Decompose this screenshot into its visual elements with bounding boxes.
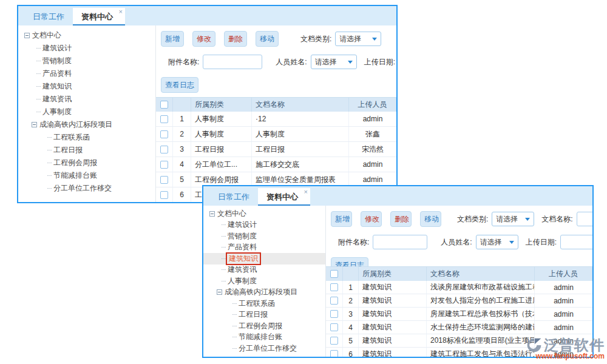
move-button[interactable]: 移动 — [256, 31, 279, 47]
doc-category-select[interactable]: 请选择 — [335, 32, 381, 46]
chevron-down-icon — [372, 38, 377, 41]
tree-node-weekly-meeting[interactable]: 工程例会周报 — [18, 157, 155, 169]
person-name-select[interactable]: 请选择 — [311, 55, 357, 69]
tab-data-center-label: 资料中心 — [266, 192, 298, 201]
tab-bar: 日常工作 资料中心 × — [18, 6, 396, 25]
modify-button[interactable]: 修改 — [361, 211, 382, 227]
tree-node-root[interactable]: 文档中心 — [18, 29, 155, 42]
table-row[interactable]: 2 人事制度 人事制度 张鑫 — [156, 127, 396, 142]
table-row[interactable]: 1 人事制度 ·12 admin — [156, 112, 396, 127]
collapse-icon[interactable] — [24, 33, 30, 38]
tree-node-building-knowledge[interactable]: 建筑知识 — [18, 80, 155, 93]
row-checkbox[interactable] — [160, 161, 168, 169]
row-checkbox[interactable] — [330, 337, 338, 345]
add-button[interactable]: 新增 — [161, 31, 184, 47]
row-checkbox[interactable] — [330, 283, 338, 291]
tree-node-work-transfer[interactable]: 分工单位工作移交 — [203, 343, 325, 354]
tree-node-energy-ledger[interactable]: 节能减排台账 — [18, 169, 155, 182]
view-log-button[interactable]: 查看日志 — [161, 77, 198, 93]
row-checkbox[interactable] — [160, 130, 168, 138]
document-tree: 文档中心 建筑设计 营销制度 产品资料 建筑知识 建筑资讯 人事制度 成渝高铁内… — [203, 206, 326, 357]
tab-daily-work[interactable]: 日常工作 — [24, 8, 73, 25]
table-row[interactable]: 2 建筑知识 对发包人指定分包的工程施工进度安... admin — [326, 294, 592, 308]
tree-node-root[interactable]: 文档中心 — [203, 208, 325, 220]
row-checkbox[interactable] — [160, 146, 168, 153]
table-row[interactable]: 1 建筑知识 浅谈房屋建筑和市政基础设施工程施... admin — [326, 281, 592, 294]
tree-node-energy-ledger[interactable]: 节能减排台账 — [203, 332, 325, 343]
category-header: 所属别类 — [191, 98, 252, 112]
tree-node-project[interactable]: 成渝高铁内江标段项目 — [203, 287, 325, 298]
document-tree: 文档中心 建筑设计 营销制度 产品资料 建筑知识 建筑资讯 人事制度 成渝高铁内… — [18, 25, 156, 202]
table-row[interactable]: 4 建筑知识 水土保持生态环境监测网络的建设与... admin — [326, 321, 592, 334]
move-button[interactable]: 移动 — [420, 211, 441, 227]
table-row[interactable]: 4 分工单位工... 施工移交交底 admin — [156, 157, 396, 172]
tree-node-building-design[interactable]: 建筑设计 — [18, 42, 155, 55]
tree-node-project[interactable]: 成渝高铁内江标段项目 — [18, 118, 155, 131]
tree-node-daily-report[interactable]: 工程日报 — [203, 309, 325, 321]
select-all-checkbox[interactable] — [330, 270, 338, 278]
tree-node-hr-policy[interactable]: 人事制度 — [18, 106, 155, 118]
tab-data-center[interactable]: 资料中心 × — [73, 8, 125, 25]
table-header: 所属别类 文档名称 上传人员 — [156, 97, 396, 112]
attachment-name-input[interactable] — [203, 55, 262, 69]
delete-button[interactable]: 删除 — [224, 31, 247, 47]
add-button[interactable]: 新增 — [331, 211, 352, 227]
delete-button[interactable]: 删除 — [390, 211, 412, 227]
tree-node-weekly-meeting[interactable]: 工程例会周报 — [203, 320, 325, 332]
table-row[interactable]: 3 建筑知识 房屋建筑工程总承包投标书（技术标... admin — [326, 308, 592, 321]
table-header: 所属别类 文档名称 上传人员 — [326, 266, 592, 281]
tab-close-icon[interactable]: × — [119, 8, 123, 15]
tree-node-building-news[interactable]: 建筑资讯 — [18, 93, 155, 106]
chevron-down-icon — [509, 241, 514, 244]
uploader-header: 上传人员 — [535, 267, 592, 281]
tree-node-contact-letter[interactable]: 工程联系函 — [18, 131, 155, 144]
doc-name-input[interactable] — [577, 212, 592, 226]
toolbar-buttons-row: 新增 修改 删除 移动 文档类别: 请选择 文档名称: — [331, 211, 592, 227]
tab-data-center[interactable]: 资料中心 × — [258, 188, 310, 206]
tab-close-icon[interactable]: × — [304, 189, 308, 195]
brand-name: 泛普软件 — [544, 337, 605, 353]
doc-category-label: 文档类别: — [457, 214, 488, 224]
toolbar-log-row: 查看日志 — [161, 77, 396, 93]
row-checkbox[interactable] — [330, 323, 338, 331]
tree-node-marketing[interactable]: 营销制度 — [18, 55, 155, 67]
row-checkbox[interactable] — [330, 297, 338, 305]
tree-node-marketing[interactable]: 营销制度 — [203, 231, 325, 242]
tree-node-building-knowledge-selected[interactable]: 建筑知识 — [203, 253, 325, 265]
row-checkbox[interactable] — [160, 176, 168, 184]
content-panel: 新增 修改 删除 移动 文档类别: 请选择 文档名称: 附件名称: 人员姓名: … — [326, 206, 592, 357]
upload-date-label: 上传日期: — [526, 237, 557, 248]
tree-node-product-data[interactable]: 产品资料 — [203, 242, 325, 254]
tree-node-building-news[interactable]: 建筑资讯 — [203, 265, 325, 276]
doc-category-select[interactable]: 请选择 — [492, 212, 534, 226]
upload-date-label: 上传日期: — [364, 57, 395, 67]
table-row[interactable]: 3 工程日报 工程日报 宋浩然 — [156, 142, 396, 157]
tree-node-daily-report[interactable]: 工程日报 — [18, 144, 155, 157]
collapse-icon[interactable] — [209, 211, 215, 217]
doc-category-label: 文档类别: — [300, 34, 331, 44]
uploader-header: 上传人员 — [349, 98, 396, 112]
tree-node-building-design[interactable]: 建筑设计 — [203, 220, 325, 231]
category-header: 所属别类 — [359, 267, 427, 281]
row-checkbox[interactable] — [330, 350, 338, 357]
collapse-icon[interactable] — [32, 122, 37, 127]
tree-node-hr-policy[interactable]: 人事制度 — [203, 275, 325, 287]
row-checkbox[interactable] — [160, 191, 168, 199]
person-name-label: 人员姓名: — [276, 57, 307, 67]
tab-daily-work[interactable]: 日常工作 — [209, 188, 258, 206]
modify-button[interactable]: 修改 — [192, 31, 215, 47]
upload-date-input[interactable] — [560, 235, 592, 249]
tree-node-product-data[interactable]: 产品资料 — [18, 67, 155, 80]
row-checkbox[interactable] — [330, 310, 338, 318]
person-name-select[interactable]: 请选择 — [476, 235, 518, 249]
tree-node-work-transfer[interactable]: 分工单位工作移交 — [18, 182, 155, 195]
toolbar-filter-row: 附件名称: 人员姓名: 请选择 上传日期: — [168, 55, 396, 69]
chevron-down-icon — [525, 218, 530, 221]
watermark: 泛普软件 www.fanpusoft.com — [526, 337, 605, 360]
row-checkbox[interactable] — [160, 115, 168, 123]
tree-node-contact-letter[interactable]: 工程联系函 — [203, 298, 325, 309]
attachment-name-input[interactable] — [373, 235, 427, 249]
collapse-icon[interactable] — [217, 289, 222, 295]
person-name-label: 人员姓名: — [441, 237, 472, 248]
select-all-checkbox[interactable] — [160, 101, 168, 109]
